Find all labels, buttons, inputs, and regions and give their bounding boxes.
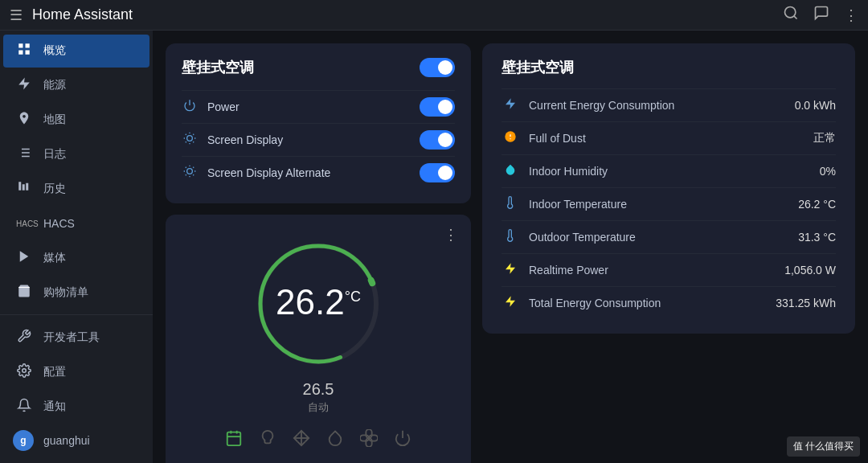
chat-icon[interactable]: [813, 5, 829, 25]
screen-alt-label: Screen Display Alternate: [207, 166, 410, 179]
thermostat-display: 26.2°C: [182, 227, 455, 375]
info-card-title: 壁挂式空调: [502, 58, 836, 77]
power-icon: [182, 99, 198, 115]
svg-line-27: [186, 141, 186, 142]
realtime-power-label: Realtime Power: [529, 264, 775, 277]
realtime-power-icon: [502, 262, 519, 278]
ctrl-cool-icon[interactable]: [293, 429, 310, 452]
left-column: 壁挂式空调 Power Screen Display: [166, 43, 471, 463]
svg-marker-48: [506, 98, 515, 109]
info-row-total-energy: Total Energy Consumption 331.25 kWh: [502, 286, 836, 319]
humidity-value: 0%: [820, 165, 836, 178]
thermostat-menu-icon[interactable]: ⋮: [444, 226, 458, 244]
sidebar-label-media: 媒体: [43, 251, 137, 265]
ctrl-power-icon[interactable]: [394, 429, 411, 452]
sidebar-item-notifications[interactable]: 通知: [3, 390, 149, 423]
svg-rect-41: [227, 432, 241, 446]
screen-display-toggle[interactable]: [420, 130, 455, 150]
humidity-label: Indoor Humidity: [529, 165, 810, 178]
svg-line-33: [193, 174, 194, 175]
screen-alt-toggle[interactable]: [420, 163, 455, 182]
total-energy-icon: [502, 295, 519, 311]
svg-line-28: [193, 134, 194, 135]
history-icon: [16, 180, 32, 198]
svg-rect-13: [18, 182, 21, 191]
sidebar-item-settings[interactable]: 配置: [3, 355, 149, 388]
thermostat-card: ⋮ 26.2°C: [166, 215, 471, 463]
svg-marker-53: [506, 296, 515, 306]
outdoor-temp-label: Outdoor Temperature: [529, 231, 788, 244]
log-icon: [16, 145, 32, 163]
ctrl-fan-icon[interactable]: [360, 429, 378, 452]
header-actions: ⋮: [783, 5, 858, 25]
sidebar-item-devtools[interactable]: 开发者工具: [3, 321, 149, 354]
sidebar-divider: [0, 314, 153, 315]
thermostat-mode: 自动: [182, 400, 455, 415]
menu-icon[interactable]: ☰: [10, 6, 23, 24]
thermostat-temp-value: 26.2°C: [276, 282, 361, 322]
screen-display-icon: [182, 132, 198, 148]
sidebar-item-media[interactable]: 媒体: [3, 242, 149, 275]
info-row-humidity: Indoor Humidity 0%: [502, 154, 836, 187]
sidebar-item-map[interactable]: 地图: [3, 104, 149, 137]
sidebar-item-log[interactable]: 日志: [3, 138, 149, 171]
ctrl-schedule-icon[interactable]: [225, 429, 243, 452]
indoor-temp-label: Indoor Temperature: [529, 198, 788, 211]
overview-icon: [16, 42, 32, 59]
username: guanghui: [43, 434, 90, 447]
svg-point-18: [23, 369, 27, 373]
media-icon: [16, 249, 32, 267]
main-layout: 概览 能源 地图 日志 历史 HACS HA: [0, 31, 868, 463]
power-row: Power: [182, 90, 455, 123]
energy-icon: [16, 76, 32, 94]
svg-line-36: [186, 174, 186, 175]
search-icon[interactable]: [783, 5, 799, 25]
info-row-outdoor-temp: Outdoor Temperature 31.3 °C: [502, 220, 836, 253]
sidebar-label-overview: 概览: [43, 43, 137, 58]
svg-rect-4: [18, 51, 23, 55]
sidebar-label-settings: 配置: [43, 365, 137, 379]
sidebar-label-energy: 能源: [43, 78, 137, 92]
svg-rect-15: [26, 183, 28, 191]
more-icon[interactable]: ⋮: [844, 6, 858, 24]
sidebar-item-shopping[interactable]: 购物清单: [3, 276, 149, 309]
screen-alt-icon: [182, 165, 198, 181]
total-energy-label: Total Energy Consumption: [529, 297, 766, 309]
thermostat-setpoint: 26.5: [182, 380, 455, 399]
app-title: Home Assistant: [32, 6, 783, 23]
user-profile[interactable]: g guanghui: [0, 424, 153, 457]
svg-point-0: [785, 7, 796, 18]
total-energy-value: 331.25 kWh: [776, 297, 836, 309]
main-power-toggle[interactable]: [420, 58, 455, 77]
energy-consumption-icon: [502, 97, 519, 113]
svg-line-24: [193, 141, 194, 142]
ctrl-heat-icon[interactable]: [259, 429, 276, 452]
sidebar-item-hacs[interactable]: HACS HACS: [3, 207, 149, 240]
sidebar-item-history[interactable]: 历史: [3, 173, 149, 206]
header: ☰ Home Assistant ⋮: [0, 0, 868, 31]
info-row-energy: Current Energy Consumption 0.0 kWh: [502, 88, 836, 121]
sidebar-item-energy[interactable]: 能源: [3, 69, 149, 102]
outdoor-temp-icon: [502, 229, 519, 245]
dust-value: 正常: [813, 131, 836, 145]
toggle-card-title: 壁挂式空调: [182, 58, 254, 77]
sidebar-item-overview[interactable]: 概览: [3, 35, 149, 68]
svg-point-51: [510, 138, 510, 139]
content-area: 壁挂式空调 Power Screen Display: [153, 31, 868, 463]
ac-toggle-card: 壁挂式空调 Power Screen Display: [166, 43, 471, 203]
thermostat-circle: 26.2°C: [250, 236, 387, 372]
svg-rect-2: [18, 44, 23, 48]
power-toggle[interactable]: [420, 97, 455, 117]
thermostat-temp-display: 26.2°C: [276, 282, 361, 322]
indoor-temp-icon: [502, 196, 519, 212]
ctrl-dry-icon[interactable]: [326, 429, 344, 452]
screen-display-label: Screen Display: [207, 133, 410, 146]
svg-line-23: [186, 134, 186, 135]
dust-label: Full of Dust: [529, 132, 804, 145]
dust-icon: [502, 130, 519, 146]
outdoor-temp-value: 31.3 °C: [798, 231, 836, 244]
user-avatar: g: [13, 430, 34, 451]
svg-rect-5: [26, 51, 30, 55]
svg-rect-14: [23, 184, 25, 191]
hacs-icon: HACS: [16, 219, 32, 228]
